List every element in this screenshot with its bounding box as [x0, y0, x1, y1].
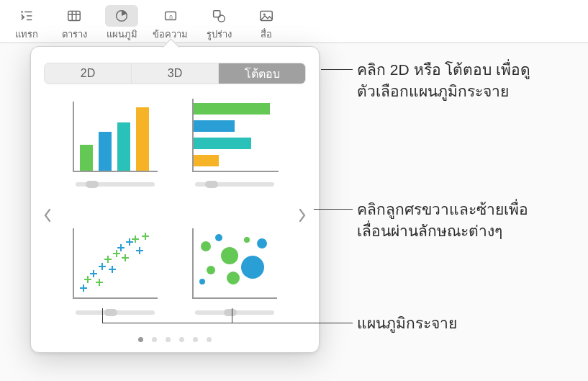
- callout-tabs: คลิก 2D หรือ โต้ตอบ เพื่อดู ตัวเลือกแผนภ…: [357, 59, 530, 103]
- bubble-chart-scrubber[interactable]: [195, 308, 274, 318]
- callout-scatter: แผนภูมิกระจาย: [357, 313, 457, 334]
- toolbar-insert[interactable]: แทรก: [3, 3, 50, 42]
- bubble-chart-thumb: [188, 224, 281, 303]
- column-chart-scrubber[interactable]: [76, 179, 155, 189]
- tab-2d[interactable]: 2D: [45, 63, 132, 84]
- column-chart-option[interactable]: [65, 96, 165, 207]
- tab-3d[interactable]: 3D: [132, 63, 219, 84]
- next-style-arrow[interactable]: [294, 202, 310, 228]
- bar-chart-thumb: [188, 96, 281, 175]
- chart-pie-icon: [105, 5, 138, 27]
- callout-text: เลื่อนผ่านลักษณะต่างๆ: [357, 220, 528, 242]
- svg-text:ก: ก: [168, 14, 172, 20]
- page-dot[interactable]: [207, 337, 212, 342]
- toolbar-chart[interactable]: แผนภูมิ: [98, 3, 145, 42]
- shape-icon: [202, 5, 235, 27]
- media-icon: [250, 5, 283, 27]
- insert-indent-icon: [10, 5, 43, 27]
- svg-point-13: [218, 15, 225, 22]
- callout-text: คลิกลูกศรขวาและซ้ายเพื่อ: [357, 199, 528, 220]
- toolbar-text[interactable]: ก ข้อความ: [145, 3, 195, 42]
- bar-chart-scrubber[interactable]: [195, 179, 274, 189]
- table-icon: [58, 5, 91, 27]
- toolbar-media[interactable]: สื่อ: [243, 3, 290, 42]
- chevron-left-icon: [43, 208, 52, 223]
- column-chart-thumb: [68, 96, 162, 175]
- chevron-right-icon: [298, 208, 307, 223]
- chart-grid: [65, 96, 284, 334]
- scatter-chart-option[interactable]: [65, 224, 165, 335]
- text-box-icon: ก: [154, 5, 187, 27]
- svg-point-0: [21, 11, 23, 13]
- prev-style-arrow[interactable]: [40, 202, 55, 228]
- page-dot[interactable]: [166, 337, 171, 342]
- tab-interactive[interactable]: โต้ตอบ: [219, 63, 305, 84]
- bubble-chart-option[interactable]: [185, 224, 284, 335]
- toolbar-table-label: ตาราง: [62, 27, 87, 42]
- callout-text: คลิก 2D หรือ โต้ตอบ เพื่อดู: [357, 59, 530, 81]
- toolbar-media-label: สื่อ: [261, 27, 272, 42]
- page-dot[interactable]: [193, 337, 198, 342]
- page-dot[interactable]: [179, 337, 184, 342]
- app-toolbar: แทรก ตาราง แผนภูมิ ก ข้อ: [0, 0, 588, 43]
- callout-arrows: คลิกลูกศรขวาและซ้ายเพื่อ เลื่อนผ่านลักษณ…: [357, 199, 528, 243]
- toolbar-table[interactable]: ตาราง: [50, 3, 98, 42]
- toolbar-insert-label: แทรก: [15, 27, 38, 42]
- page-dot[interactable]: [152, 337, 157, 342]
- page-indicator: [44, 337, 306, 342]
- callout-text: แผนภูมิกระจาย: [357, 313, 457, 334]
- toolbar-chart-label: แผนภูมิ: [107, 27, 137, 42]
- scatter-chart-scrubber[interactable]: [76, 308, 155, 318]
- page-dot[interactable]: [138, 337, 143, 342]
- chart-mode-tabs: 2D 3D โต้ตอบ: [44, 63, 306, 84]
- toolbar-shape-label: รูปร่าง: [207, 27, 232, 42]
- bar-chart-option[interactable]: [185, 96, 284, 207]
- callout-text: ตัวเลือกแผนภูมิกระจาย: [357, 81, 530, 102]
- chart-picker-popover: 2D 3D โต้ตอบ: [30, 46, 320, 353]
- toolbar-shape[interactable]: รูปร่าง: [195, 3, 243, 42]
- scatter-chart-thumb: [68, 224, 162, 303]
- svg-rect-5: [68, 12, 81, 21]
- chart-options-area: [44, 96, 306, 334]
